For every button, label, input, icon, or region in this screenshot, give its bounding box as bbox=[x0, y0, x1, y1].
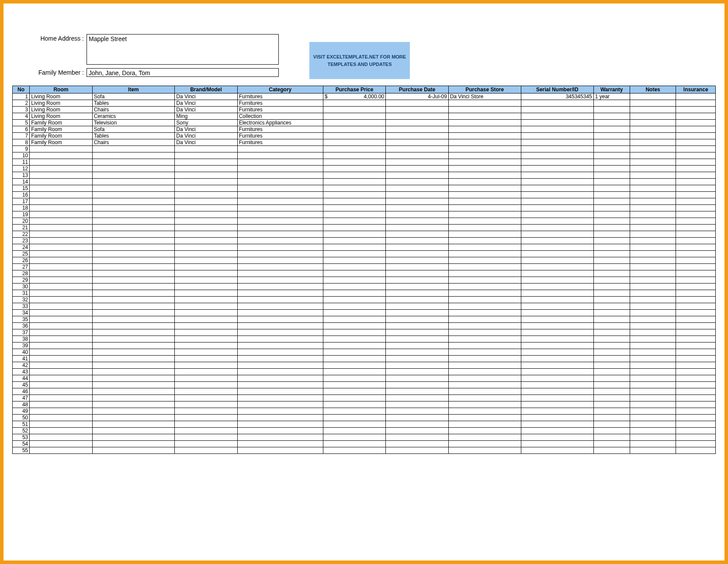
cell[interactable] bbox=[630, 441, 676, 447]
cell[interactable] bbox=[630, 139, 676, 146]
cell[interactable] bbox=[630, 172, 676, 179]
cell[interactable] bbox=[30, 172, 92, 179]
cell[interactable] bbox=[175, 251, 237, 257]
cell[interactable] bbox=[323, 179, 385, 185]
cell[interactable] bbox=[676, 382, 716, 388]
cell[interactable] bbox=[448, 113, 521, 120]
cell[interactable] bbox=[323, 172, 385, 179]
cell[interactable] bbox=[92, 356, 175, 362]
cell[interactable] bbox=[30, 211, 92, 218]
cell[interactable]: 13 bbox=[13, 172, 30, 179]
cell[interactable]: Da Vinci bbox=[175, 133, 237, 139]
cell[interactable] bbox=[676, 120, 716, 126]
cell[interactable] bbox=[630, 244, 676, 251]
cell[interactable] bbox=[175, 316, 237, 323]
cell[interactable] bbox=[521, 231, 593, 238]
cell[interactable] bbox=[521, 323, 593, 329]
cell[interactable] bbox=[30, 447, 92, 454]
cell[interactable] bbox=[676, 231, 716, 238]
cell[interactable] bbox=[676, 277, 716, 284]
cell[interactable] bbox=[630, 166, 676, 172]
cell[interactable] bbox=[92, 172, 175, 179]
cell[interactable] bbox=[676, 388, 716, 395]
cell[interactable] bbox=[521, 310, 593, 316]
cell[interactable] bbox=[92, 408, 175, 415]
cell[interactable] bbox=[630, 205, 676, 211]
cell[interactable] bbox=[630, 133, 676, 139]
cell[interactable] bbox=[448, 323, 521, 329]
cell[interactable] bbox=[175, 375, 237, 382]
cell[interactable] bbox=[30, 362, 92, 369]
cell[interactable] bbox=[593, 297, 630, 303]
cell[interactable]: 37 bbox=[13, 329, 30, 336]
cell[interactable] bbox=[175, 408, 237, 415]
cell[interactable] bbox=[676, 356, 716, 362]
cell[interactable] bbox=[630, 434, 676, 441]
cell[interactable] bbox=[593, 434, 630, 441]
table-row[interactable]: 16 bbox=[13, 192, 716, 198]
cell[interactable]: 10 bbox=[13, 152, 30, 159]
cell[interactable] bbox=[630, 100, 676, 107]
cell[interactable] bbox=[676, 303, 716, 310]
cell[interactable] bbox=[448, 349, 521, 356]
cell[interactable] bbox=[323, 395, 385, 401]
cell[interactable] bbox=[448, 159, 521, 166]
cell[interactable] bbox=[175, 356, 237, 362]
cell[interactable] bbox=[175, 290, 237, 297]
cell[interactable] bbox=[323, 120, 385, 126]
cell[interactable]: Sony bbox=[175, 120, 237, 126]
cell[interactable] bbox=[386, 316, 448, 323]
cell[interactable] bbox=[630, 421, 676, 428]
cell[interactable] bbox=[323, 166, 385, 172]
cell[interactable] bbox=[593, 277, 630, 284]
cell[interactable] bbox=[92, 218, 175, 225]
cell[interactable] bbox=[92, 382, 175, 388]
cell[interactable] bbox=[323, 152, 385, 159]
cell[interactable] bbox=[92, 349, 175, 356]
cell[interactable]: 36 bbox=[13, 323, 30, 329]
cell[interactable] bbox=[92, 388, 175, 395]
cell[interactable] bbox=[630, 251, 676, 257]
cell[interactable] bbox=[593, 159, 630, 166]
table-row[interactable]: 20 bbox=[13, 218, 716, 225]
cell[interactable] bbox=[323, 401, 385, 408]
cell[interactable] bbox=[237, 362, 323, 369]
cell[interactable] bbox=[237, 225, 323, 231]
cell[interactable]: 26 bbox=[13, 257, 30, 264]
cell[interactable] bbox=[175, 369, 237, 375]
cell[interactable]: 19 bbox=[13, 211, 30, 218]
cell[interactable] bbox=[323, 270, 385, 277]
cell[interactable] bbox=[593, 166, 630, 172]
cell[interactable] bbox=[630, 225, 676, 231]
cell[interactable] bbox=[630, 316, 676, 323]
cell[interactable] bbox=[521, 146, 593, 152]
cell[interactable] bbox=[630, 336, 676, 343]
cell[interactable] bbox=[30, 225, 92, 231]
cell[interactable] bbox=[30, 284, 92, 290]
cell[interactable] bbox=[386, 369, 448, 375]
cell[interactable] bbox=[30, 198, 92, 205]
cell[interactable] bbox=[386, 284, 448, 290]
cell[interactable] bbox=[676, 421, 716, 428]
table-row[interactable]: 40 bbox=[13, 349, 716, 356]
cell[interactable] bbox=[92, 146, 175, 152]
cell[interactable]: 27 bbox=[13, 264, 30, 270]
cell[interactable] bbox=[448, 211, 521, 218]
cell[interactable] bbox=[386, 257, 448, 264]
cell[interactable]: 29 bbox=[13, 277, 30, 284]
cell[interactable] bbox=[386, 343, 448, 349]
cell[interactable] bbox=[323, 316, 385, 323]
table-row[interactable]: 4Living RoomCeramicsMingCollection bbox=[13, 113, 716, 120]
cell[interactable] bbox=[386, 244, 448, 251]
cell[interactable] bbox=[448, 290, 521, 297]
cell[interactable] bbox=[521, 401, 593, 408]
cell[interactable] bbox=[92, 205, 175, 211]
cell[interactable]: 21 bbox=[13, 225, 30, 231]
table-row[interactable]: 14 bbox=[13, 179, 716, 185]
table-row[interactable]: 26 bbox=[13, 257, 716, 264]
cell[interactable] bbox=[237, 415, 323, 421]
cell[interactable]: 39 bbox=[13, 343, 30, 349]
cell[interactable] bbox=[448, 251, 521, 257]
cell[interactable] bbox=[237, 336, 323, 343]
cell[interactable] bbox=[386, 323, 448, 329]
